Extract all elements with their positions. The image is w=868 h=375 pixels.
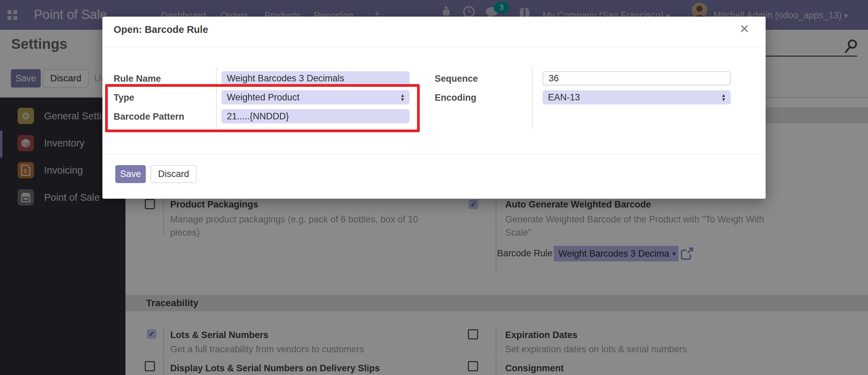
barcode-rule-modal: Open: Barcode Rule × Rule Name Type Weig… [102, 17, 766, 199]
divider [102, 47, 766, 47]
sequence-input[interactable] [542, 71, 731, 85]
divider [102, 154, 766, 155]
modal-discard-button[interactable]: Discard [151, 165, 197, 183]
close-icon[interactable]: × [740, 21, 749, 36]
modal-title: Open: Barcode Rule [114, 24, 208, 35]
highlight-rectangle [105, 84, 420, 132]
rule-name-label: Rule Name [114, 74, 161, 84]
encoding-select[interactable]: EAN-13 ▲▼ [542, 90, 731, 104]
divider [532, 67, 533, 129]
odoo-settings-screen: Point of Sale Dashboard Orders Products … [0, 0, 868, 375]
rule-name-input[interactable] [221, 71, 410, 85]
encoding-label: Encoding [435, 93, 476, 103]
select-arrows-icon: ▲▼ [721, 93, 726, 101]
sequence-label: Sequence [435, 74, 478, 84]
modal-save-button[interactable]: Save [115, 165, 146, 183]
